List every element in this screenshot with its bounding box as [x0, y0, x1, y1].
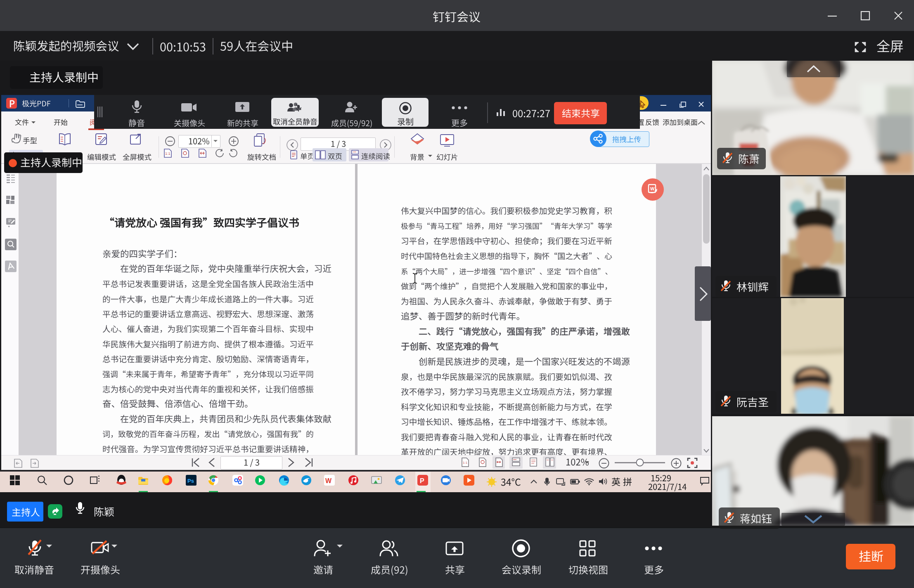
svg-text:W: W	[325, 477, 332, 484]
svg-text:1:1: 1:1	[463, 461, 468, 465]
svg-text:P: P	[420, 477, 424, 484]
svg-text:1:1: 1:1	[165, 152, 170, 156]
svg-text:Ps: Ps	[187, 478, 194, 484]
svg-text:W: W	[650, 186, 655, 191]
